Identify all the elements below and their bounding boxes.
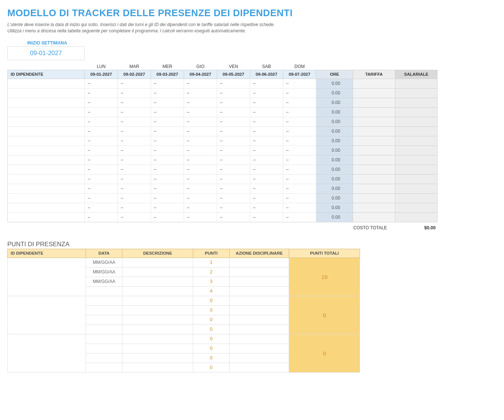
presence-id-cell[interactable] bbox=[8, 258, 86, 296]
shift-cell[interactable]: – bbox=[85, 107, 118, 117]
employee-id-cell[interactable] bbox=[8, 88, 85, 98]
rate-cell[interactable] bbox=[353, 126, 395, 136]
shift-cell[interactable]: – bbox=[118, 117, 151, 126]
presence-date-cell[interactable]: MM/GG/AA bbox=[86, 258, 122, 267]
employee-id-cell[interactable] bbox=[8, 155, 85, 165]
presence-desc-cell[interactable] bbox=[122, 315, 193, 324]
presence-date-cell[interactable]: MM/GG/AA bbox=[86, 277, 122, 286]
shift-cell[interactable]: – bbox=[118, 165, 151, 174]
shift-cell[interactable]: – bbox=[151, 165, 184, 174]
shift-cell[interactable]: – bbox=[217, 174, 250, 184]
shift-cell[interactable]: – bbox=[118, 107, 151, 117]
shift-cell[interactable]: – bbox=[85, 136, 118, 146]
presence-desc-cell[interactable] bbox=[122, 296, 193, 305]
presence-desc-cell[interactable] bbox=[122, 305, 193, 315]
shift-cell[interactable]: – bbox=[85, 203, 118, 212]
shift-cell[interactable]: – bbox=[217, 107, 250, 117]
presence-points-cell[interactable]: 3 bbox=[193, 277, 229, 286]
rate-cell[interactable] bbox=[353, 107, 395, 117]
shift-cell[interactable]: – bbox=[151, 98, 184, 107]
shift-cell[interactable]: – bbox=[85, 193, 118, 203]
shift-cell[interactable]: – bbox=[85, 117, 118, 126]
shift-cell[interactable]: – bbox=[184, 88, 217, 98]
shift-cell[interactable]: – bbox=[184, 193, 217, 203]
employee-id-cell[interactable] bbox=[8, 126, 85, 136]
employee-id-cell[interactable] bbox=[8, 184, 85, 193]
rate-cell[interactable] bbox=[353, 79, 395, 88]
rate-cell[interactable] bbox=[353, 184, 395, 193]
presence-date-cell[interactable] bbox=[86, 344, 122, 353]
presence-action-cell[interactable] bbox=[230, 324, 289, 334]
shift-cell[interactable]: – bbox=[118, 184, 151, 193]
shift-cell[interactable]: – bbox=[151, 212, 184, 222]
shift-cell[interactable]: – bbox=[250, 165, 283, 174]
shift-cell[interactable]: – bbox=[151, 146, 184, 155]
rate-cell[interactable] bbox=[353, 174, 395, 184]
shift-cell[interactable]: – bbox=[184, 203, 217, 212]
presence-points-cell[interactable]: 4 bbox=[193, 286, 229, 296]
shift-cell[interactable]: – bbox=[283, 212, 316, 222]
shift-cell[interactable]: – bbox=[250, 117, 283, 126]
shift-cell[interactable]: – bbox=[184, 184, 217, 193]
presence-action-cell[interactable] bbox=[230, 363, 289, 372]
shift-cell[interactable]: – bbox=[184, 117, 217, 126]
presence-action-cell[interactable] bbox=[230, 258, 289, 267]
shift-cell[interactable]: – bbox=[283, 165, 316, 174]
presence-points-cell[interactable]: 2 bbox=[193, 267, 229, 277]
shift-cell[interactable]: – bbox=[85, 88, 118, 98]
presence-date-cell[interactable] bbox=[86, 296, 122, 305]
shift-cell[interactable]: – bbox=[85, 79, 118, 88]
shift-cell[interactable]: – bbox=[184, 126, 217, 136]
shift-cell[interactable]: – bbox=[217, 126, 250, 136]
shift-cell[interactable]: – bbox=[283, 88, 316, 98]
presence-points-cell[interactable]: 0 bbox=[193, 363, 229, 372]
employee-id-cell[interactable] bbox=[8, 146, 85, 155]
presence-desc-cell[interactable] bbox=[122, 363, 193, 372]
shift-cell[interactable]: – bbox=[217, 193, 250, 203]
shift-cell[interactable]: – bbox=[85, 146, 118, 155]
shift-cell[interactable]: – bbox=[250, 193, 283, 203]
shift-cell[interactable]: – bbox=[217, 136, 250, 146]
shift-cell[interactable]: – bbox=[250, 203, 283, 212]
shift-cell[interactable]: – bbox=[151, 203, 184, 212]
shift-cell[interactable]: – bbox=[283, 155, 316, 165]
shift-cell[interactable]: – bbox=[217, 165, 250, 174]
employee-id-cell[interactable] bbox=[8, 107, 85, 117]
shift-cell[interactable]: – bbox=[151, 79, 184, 88]
shift-cell[interactable]: – bbox=[85, 174, 118, 184]
rate-cell[interactable] bbox=[353, 136, 395, 146]
presence-points-cell[interactable]: 0 bbox=[193, 344, 229, 353]
shift-cell[interactable]: – bbox=[250, 136, 283, 146]
shift-cell[interactable]: – bbox=[283, 184, 316, 193]
shift-cell[interactable]: – bbox=[118, 174, 151, 184]
presence-desc-cell[interactable] bbox=[122, 286, 193, 296]
presence-action-cell[interactable] bbox=[230, 353, 289, 363]
rate-cell[interactable] bbox=[353, 165, 395, 174]
rate-cell[interactable] bbox=[353, 88, 395, 98]
shift-cell[interactable]: – bbox=[85, 184, 118, 193]
presence-points-cell[interactable]: 1 bbox=[193, 258, 229, 267]
shift-cell[interactable]: – bbox=[151, 117, 184, 126]
shift-cell[interactable]: – bbox=[283, 203, 316, 212]
presence-id-cell[interactable] bbox=[8, 296, 86, 334]
shift-cell[interactable]: – bbox=[184, 107, 217, 117]
presence-action-cell[interactable] bbox=[230, 296, 289, 305]
shift-cell[interactable]: – bbox=[184, 79, 217, 88]
employee-id-cell[interactable] bbox=[8, 203, 85, 212]
shift-cell[interactable]: – bbox=[118, 88, 151, 98]
shift-cell[interactable]: – bbox=[118, 212, 151, 222]
shift-cell[interactable]: – bbox=[250, 212, 283, 222]
shift-cell[interactable]: – bbox=[184, 165, 217, 174]
shift-cell[interactable]: – bbox=[283, 117, 316, 126]
shift-cell[interactable]: – bbox=[118, 155, 151, 165]
shift-cell[interactable]: – bbox=[85, 126, 118, 136]
shift-cell[interactable]: – bbox=[184, 174, 217, 184]
presence-action-cell[interactable] bbox=[230, 344, 289, 353]
presence-date-cell[interactable] bbox=[86, 353, 122, 363]
shift-cell[interactable]: – bbox=[151, 193, 184, 203]
employee-id-cell[interactable] bbox=[8, 193, 85, 203]
shift-cell[interactable]: – bbox=[250, 155, 283, 165]
shift-cell[interactable]: – bbox=[85, 165, 118, 174]
presence-id-cell[interactable] bbox=[8, 334, 86, 372]
employee-id-cell[interactable] bbox=[8, 117, 85, 126]
